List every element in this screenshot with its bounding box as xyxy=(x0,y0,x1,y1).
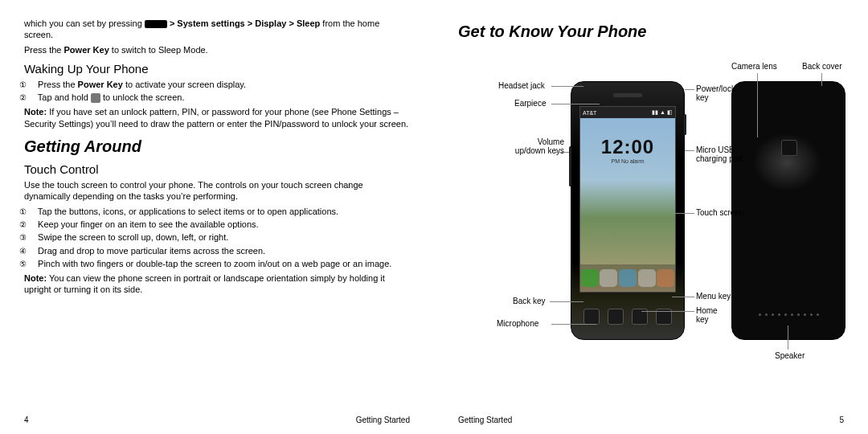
camera-lens xyxy=(781,140,797,156)
label-backcover: Back cover xyxy=(802,62,841,71)
intro-path: > System settings > Display > Sleep xyxy=(170,18,322,28)
left-footer: 4 Getting Started xyxy=(24,416,410,424)
phone-back xyxy=(731,81,845,340)
right-pageno: 5 xyxy=(839,416,844,424)
touch-step-3: ③ Swipe the screen to scroll up, down, l… xyxy=(24,231,410,243)
volume-buttons xyxy=(569,146,571,186)
wake-step-1: ① Press the Power Key to activate your s… xyxy=(24,79,410,90)
dock-icon xyxy=(638,269,656,287)
getting-around-heading: Getting Around xyxy=(24,137,410,156)
power-button xyxy=(684,114,686,135)
phone-diagram: AT&T ▮▮ ▲ ◧ 12:00 PM No alarm xyxy=(458,65,844,403)
touch-step-4: ④ Drag and drop to move particular items… xyxy=(24,245,410,256)
clock-time: 12:00 xyxy=(580,136,675,158)
touch-control-paragraph: Use the touch screen to control your pho… xyxy=(24,179,410,203)
dock-icon xyxy=(600,269,617,287)
status-bar: AT&T ▮▮ ▲ ◧ xyxy=(580,107,675,118)
label-camera: Camera lens xyxy=(731,62,777,71)
intro-pre: which you can set by pressing xyxy=(24,18,145,28)
left-pageno: 4 xyxy=(24,416,29,424)
wake-note: Note: If you have set an unlock pattern,… xyxy=(24,106,410,129)
left-footer-text: Getting Started xyxy=(356,416,410,424)
press-power-line: Press the Power Key to switch to Sleep M… xyxy=(24,44,410,55)
nav-buttons xyxy=(579,302,676,331)
label-menu: Menu key xyxy=(696,292,731,301)
intro-paragraph: which you can set by pressing > System s… xyxy=(24,18,410,41)
label-back: Back key xyxy=(513,297,546,305)
nav-back xyxy=(583,309,600,325)
left-page: which you can set by pressing > System s… xyxy=(0,0,434,434)
dock-icon xyxy=(657,269,674,287)
touch-control-heading: Touch Control xyxy=(24,162,410,176)
right-footer-text: Getting Started xyxy=(458,416,512,424)
dock-icon xyxy=(619,269,637,287)
label-earpiece: Earpiece xyxy=(514,99,546,108)
label-touch: Touch screen xyxy=(696,208,743,217)
lock-icon xyxy=(91,93,100,103)
dock-icon xyxy=(581,269,599,287)
phone-front: AT&T ▮▮ ▲ ◧ 12:00 PM No alarm xyxy=(571,81,685,340)
get-to-know-heading: Get to Know Your Phone xyxy=(458,23,844,41)
right-footer: Getting Started 5 xyxy=(458,416,844,424)
orientation-note: Note: You can view the phone screen in p… xyxy=(24,272,410,296)
touch-step-1: ① Tap the buttons, icons, or application… xyxy=(24,206,410,217)
earpiece-slot xyxy=(613,93,642,97)
label-headset: Headset jack xyxy=(498,81,545,90)
wake-step-2: ② Tap and hold to unlock the screen. xyxy=(24,92,410,103)
touch-step-5: ⑤ Pinch with two fingers or double-tap t… xyxy=(24,258,410,269)
waking-heading: Waking Up Your Phone xyxy=(24,62,410,76)
right-page: Get to Know Your Phone AT&T ▮▮ ▲ ◧ 12:00… xyxy=(434,0,868,434)
label-mic: Microphone xyxy=(497,319,538,328)
settings-icon xyxy=(145,20,167,28)
clock-sub: PM No alarm xyxy=(580,158,675,164)
nav-home xyxy=(608,309,624,325)
label-speaker: Speaker xyxy=(775,351,805,360)
speaker-holes xyxy=(756,313,821,321)
label-usb: Micro USB charging port xyxy=(696,145,752,163)
touch-step-2: ② Keep your finger on an item to see the… xyxy=(24,219,410,230)
phone-screen: AT&T ▮▮ ▲ ◧ 12:00 PM No alarm xyxy=(579,106,676,293)
label-power: Power/lock key xyxy=(696,84,743,102)
dock-row xyxy=(580,264,675,292)
label-home: Home key xyxy=(696,306,728,324)
